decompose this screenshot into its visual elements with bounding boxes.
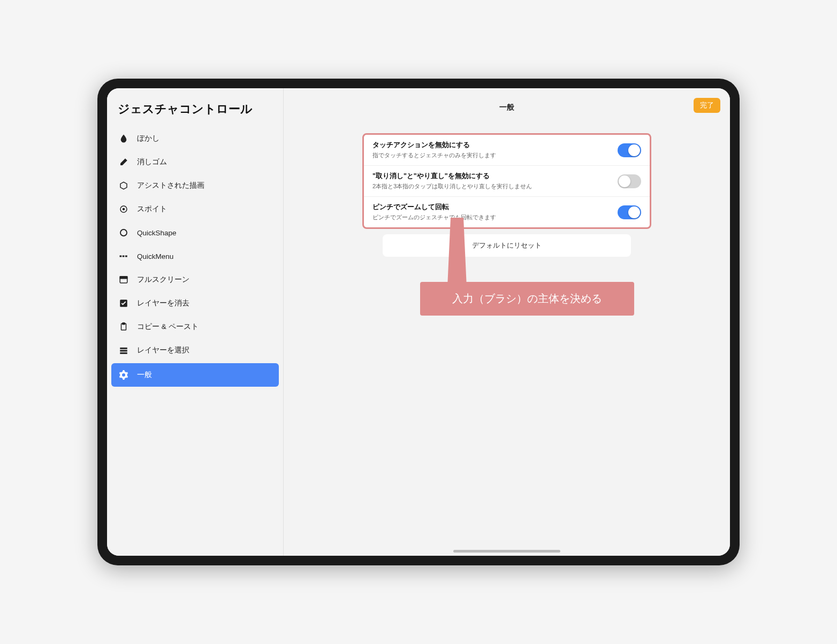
- sidebar-item-label: レイヤーを選択: [137, 346, 189, 355]
- sidebar-item-label: ぼかし: [137, 134, 159, 143]
- svg-rect-5: [125, 256, 127, 257]
- sidebar-item-general[interactable]: 一般: [111, 363, 279, 387]
- sidebar-item-copy-paste[interactable]: コピー & ペースト: [107, 315, 283, 339]
- svg-marker-14: [447, 218, 467, 287]
- setting-label: "取り消し"と"やり直し"を無効にする: [372, 172, 618, 181]
- sidebar-item-label: アシストされた描画: [137, 181, 204, 190]
- sidebar-item-quickshape[interactable]: QuickShape: [107, 221, 283, 244]
- setting-label: タッチアクションを無効にする: [372, 141, 618, 150]
- setting-desc: 2本指と3本指のタップは取り消しとやり直しを実行しません: [372, 182, 618, 190]
- sidebar-item-eraser[interactable]: 消しゴム: [107, 150, 283, 174]
- sidebar-item-label: フルスクリーン: [137, 275, 189, 285]
- svg-point-1: [123, 209, 125, 210]
- toggle-pinch-zoom-rotate[interactable]: [618, 205, 641, 219]
- blur-icon: [119, 134, 128, 143]
- home-indicator[interactable]: [453, 550, 560, 553]
- callout-annotation: 入力（ブラシ）の主体を決める: [420, 282, 634, 316]
- svg-point-2: [120, 229, 127, 236]
- setting-label: ピンチでズームして回転: [372, 203, 618, 212]
- toggle-disable-touch[interactable]: [618, 143, 641, 157]
- setting-pinch-zoom-rotate: ピンチでズームして回転 ピンチでズームのジェスチャでも回転できます: [364, 197, 650, 227]
- sidebar-item-label: スポイト: [137, 204, 167, 214]
- sidebar-item-assisted-draw[interactable]: アシストされた描画: [107, 174, 283, 197]
- sidebar-title: ジェスチャコントロール: [107, 98, 283, 127]
- done-button[interactable]: 完了: [694, 98, 720, 113]
- cube-icon: [119, 181, 128, 190]
- setting-text: ピンチでズームして回転 ピンチでズームのジェスチャでも回転できます: [372, 203, 618, 221]
- reset-defaults-button[interactable]: デフォルトにリセット: [383, 234, 631, 257]
- quickmenu-icon: [119, 251, 128, 261]
- sidebar-item-label: QuickShape: [137, 229, 177, 237]
- sidebar-item-blur[interactable]: ぼかし: [107, 127, 283, 150]
- main-panel: 一般 完了 タッチアクションを無効にする 指でタッチするとジェスチャのみを実行し…: [284, 88, 730, 556]
- sidebar-item-select-layer[interactable]: レイヤーを選択: [107, 339, 283, 362]
- setting-text: タッチアクションを無効にする 指でタッチするとジェスチャのみを実行します: [372, 141, 618, 159]
- main-header: 一般 完了: [284, 98, 730, 117]
- sidebar-item-eyedropper[interactable]: スポイト: [107, 197, 283, 221]
- svg-rect-7: [120, 277, 127, 279]
- sidebar-item-label: コピー & ペースト: [137, 322, 199, 332]
- svg-rect-10: [123, 323, 125, 325]
- clear-layer-icon: [119, 298, 128, 308]
- page-title: 一般: [499, 103, 514, 112]
- eyedropper-icon: [119, 204, 128, 214]
- sidebar-item-label: 消しゴム: [137, 157, 167, 167]
- setting-desc: ピンチでズームのジェスチャでも回転できます: [372, 213, 618, 221]
- sidebar-item-label: レイヤーを消去: [137, 298, 189, 308]
- eraser-icon: [119, 157, 128, 167]
- fullscreen-icon: [119, 275, 128, 285]
- quickshape-icon: [119, 228, 128, 237]
- setting-disable-touch: タッチアクションを無効にする 指でタッチするとジェスチャのみを実行します: [364, 135, 650, 166]
- svg-rect-3: [120, 256, 122, 257]
- settings-group: タッチアクションを無効にする 指でタッチするとジェスチャのみを実行します "取り…: [362, 133, 651, 229]
- setting-disable-undo-redo: "取り消し"と"やり直し"を無効にする 2本指と3本指のタップは取り消しとやり直…: [364, 166, 650, 197]
- sidebar-item-fullscreen[interactable]: フルスクリーン: [107, 268, 283, 292]
- sidebar: ジェスチャコントロール ぼかし 消しゴム アシストされた描画: [107, 88, 284, 556]
- svg-rect-12: [120, 350, 127, 351]
- sidebar-item-label: 一般: [137, 370, 152, 380]
- sidebar-item-label: QuickMenu: [137, 252, 173, 260]
- select-layer-icon: [119, 346, 128, 355]
- svg-rect-11: [120, 348, 127, 349]
- svg-rect-13: [120, 352, 127, 354]
- svg-rect-4: [123, 256, 125, 257]
- sidebar-item-quickmenu[interactable]: QuickMenu: [107, 244, 283, 268]
- gear-icon: [119, 370, 128, 380]
- ipad-frame: ジェスチャコントロール ぼかし 消しゴム アシストされた描画: [97, 79, 740, 565]
- setting-text: "取り消し"と"やり直し"を無効にする 2本指と3本指のタップは取り消しとやり直…: [372, 172, 618, 190]
- screen: ジェスチャコントロール ぼかし 消しゴム アシストされた描画: [107, 88, 730, 556]
- toggle-disable-undo-redo[interactable]: [618, 174, 641, 188]
- clipboard-icon: [119, 322, 128, 332]
- sidebar-item-clear-layer[interactable]: レイヤーを消去: [107, 292, 283, 315]
- setting-desc: 指でタッチするとジェスチャのみを実行します: [372, 151, 618, 159]
